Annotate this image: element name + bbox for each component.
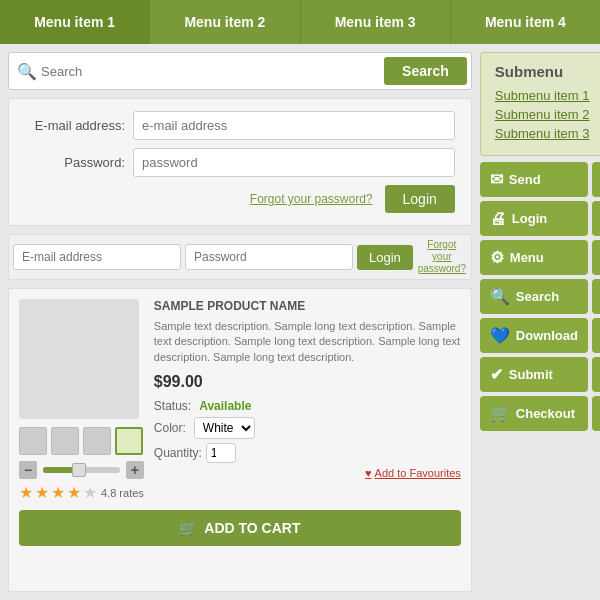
color-select[interactable]: White Black Red <box>194 417 255 439</box>
password-field[interactable] <box>133 148 455 177</box>
compact-login-bar: Login Forgot your password? <box>8 234 472 280</box>
download-button[interactable]: 💙 Download <box>480 318 588 353</box>
trash-icon-button[interactable]: 🗑 <box>592 162 600 197</box>
nav-item-1[interactable]: Menu item 1 <box>0 0 150 44</box>
compact-forgot-link[interactable]: Forgot your password? <box>417 239 467 275</box>
product-price: $99.00 <box>154 373 461 391</box>
thumbnail-4[interactable] <box>115 427 143 455</box>
password-label: Password: <box>25 155 125 170</box>
gear-icon: ⚙ <box>490 248 504 267</box>
info-icon-button[interactable]: ℹ <box>592 357 600 392</box>
product-info: SAMPLE PRODUCT NAME Sample text descript… <box>154 299 461 502</box>
thumbnail-3[interactable] <box>83 427 111 455</box>
nav-item-2[interactable]: Menu item 2 <box>150 0 300 44</box>
check-icon: ✔ <box>490 365 503 384</box>
submenu-item-2[interactable]: Submenu item 2 <box>495 107 600 122</box>
navigation: Menu item 1 Menu item 2 Menu item 3 Menu… <box>0 0 600 44</box>
menu-button[interactable]: ⚙ Menu <box>480 240 588 275</box>
star-1: ★ <box>19 483 33 502</box>
compact-password-input[interactable] <box>185 244 353 270</box>
product-image-container: − + ★ ★ ★ ★ <box>19 299 144 502</box>
main-layout: 🔍 Search E-mail address: Password: Forgo… <box>0 44 600 600</box>
arrow-right-icon-button[interactable]: ➡ <box>592 201 600 236</box>
submit-button[interactable]: ✔ Submit <box>480 357 588 392</box>
search-icon: 🔍 <box>13 62 41 81</box>
rating-row: ★ ★ ★ ★ ★ 4.8 rates <box>19 483 144 502</box>
add-to-favourites-link[interactable]: ♥ Add to Favourites <box>365 467 461 479</box>
add-to-cart-button[interactable]: 🛒 ADD TO CART <box>19 510 461 546</box>
thumbnail-2[interactable] <box>51 427 79 455</box>
nav-item-4[interactable]: Menu item 4 <box>451 0 600 44</box>
email-row: E-mail address: <box>25 111 455 140</box>
search-button[interactable]: Search <box>384 57 467 85</box>
product-card: − + ★ ★ ★ ★ <box>8 288 472 592</box>
product-image <box>19 299 139 419</box>
action-buttons-grid: ✉ Send 🗑 🖨 Login ➡ ⚙ Menu ☁ <box>480 162 600 431</box>
slider-thumb[interactable] <box>72 463 86 477</box>
product-description: Sample text description. Sample long tex… <box>154 319 461 365</box>
slider-track[interactable] <box>43 467 120 473</box>
cart-icon: 🛒 <box>179 520 196 536</box>
email-field[interactable] <box>133 111 455 140</box>
search-action-button[interactable]: 🔍 Search <box>480 279 588 314</box>
gift-icon-button[interactable]: 🎁 <box>592 279 600 314</box>
slider-row: − + <box>19 461 144 479</box>
login-icon-button[interactable]: 🖨 Login <box>480 201 588 236</box>
search-action-icon: 🔍 <box>490 287 510 306</box>
status-badge: Available <box>199 399 251 413</box>
star-3: ★ <box>51 483 65 502</box>
left-column: 🔍 Search E-mail address: Password: Forgo… <box>8 52 472 592</box>
search-input[interactable] <box>41 64 384 79</box>
star-5: ★ <box>83 483 97 502</box>
slider-fill <box>43 467 74 473</box>
slider-minus-button[interactable]: − <box>19 461 37 479</box>
quantity-input[interactable] <box>206 443 236 463</box>
login-form: E-mail address: Password: Forgot your pa… <box>8 98 472 226</box>
send-button[interactable]: ✉ Send <box>480 162 588 197</box>
download-icon: 💙 <box>490 326 510 345</box>
checkout-button[interactable]: 🛒 Checkout <box>480 396 588 431</box>
thumbnail-1[interactable] <box>19 427 47 455</box>
submenu-box: Submenu Submenu item 1 Submenu item 2 Su… <box>480 52 600 156</box>
heart-icon: ♥ <box>365 467 372 479</box>
thumbnails-row <box>19 427 144 455</box>
product-name: SAMPLE PRODUCT NAME <box>154 299 461 313</box>
submenu-title: Submenu <box>495 63 600 80</box>
compact-login-button[interactable]: Login <box>357 245 413 270</box>
right-column: Submenu Submenu item 1 Submenu item 2 Su… <box>480 52 600 592</box>
send-icon: ✉ <box>490 170 503 189</box>
cloud-icon-button[interactable]: ☁ <box>592 240 600 275</box>
printer-icon: 🖨 <box>490 210 506 228</box>
status-label: Status: <box>154 399 191 413</box>
slider-plus-button[interactable]: + <box>126 461 144 479</box>
star-2: ★ <box>35 483 49 502</box>
nav-item-3[interactable]: Menu item 3 <box>301 0 451 44</box>
login-button[interactable]: Login <box>385 185 455 213</box>
color-row: Color: White Black Red <box>154 417 461 439</box>
compact-email-input[interactable] <box>13 244 181 270</box>
quantity-row: Quantity: <box>154 443 461 463</box>
password-row: Password: <box>25 148 455 177</box>
submenu-item-1[interactable]: Submenu item 1 <box>495 88 600 103</box>
search-bar: 🔍 Search <box>8 52 472 90</box>
star-rating: ★ ★ ★ ★ ★ <box>19 483 97 502</box>
quantity-label: Quantity: <box>154 446 202 460</box>
product-layout: − + ★ ★ ★ ★ <box>19 299 461 502</box>
close-icon-button[interactable]: ✕ <box>592 318 600 353</box>
star-4: ★ <box>67 483 81 502</box>
checkout-cart-icon: 🛒 <box>490 404 510 423</box>
status-row: Status: Available <box>154 399 461 413</box>
rating-text: 4.8 rates <box>101 487 144 499</box>
color-label: Color: <box>154 421 186 435</box>
form-actions: Forgot your password? Login <box>25 185 455 213</box>
heart-icon-button[interactable]: ♥ <box>592 396 600 431</box>
email-label: E-mail address: <box>25 118 125 133</box>
submenu-item-3[interactable]: Submenu item 3 <box>495 126 600 141</box>
forgot-password-link[interactable]: Forgot your password? <box>250 192 373 206</box>
